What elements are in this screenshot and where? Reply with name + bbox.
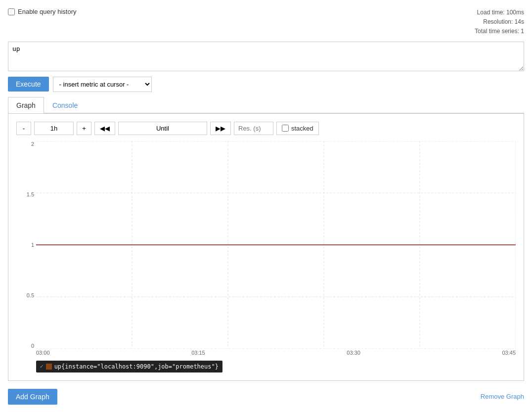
add-graph-button[interactable]: Add Graph xyxy=(8,389,57,405)
query-input[interactable]: up xyxy=(8,42,524,71)
enable-history-text: Enable query history xyxy=(18,8,77,15)
time-forward-button[interactable]: ▶▶ xyxy=(210,122,231,135)
x-label-2: 03:15 xyxy=(191,350,205,356)
tab-graph[interactable]: Graph xyxy=(8,97,44,113)
tab-bar: Graph Console xyxy=(8,97,524,113)
query-controls: Execute - insert metric at cursor - xyxy=(8,77,524,92)
stats-panel: Load time: 100ms Resolution: 14s Total t… xyxy=(475,8,524,37)
load-time: Load time: 100ms xyxy=(475,8,524,17)
tab-console[interactable]: Console xyxy=(44,97,86,113)
legend-label: up{instance="localhost:9090",job="promet… xyxy=(54,363,219,370)
x-label-1: 03:00 xyxy=(36,350,50,356)
enable-history-label[interactable]: Enable query history xyxy=(8,8,77,15)
stacked-text: stacked xyxy=(291,125,313,132)
top-bar: Enable query history Load time: 100ms Re… xyxy=(8,8,524,37)
total-series: Total time series: 1 xyxy=(475,27,524,36)
x-label-3: 03:30 xyxy=(347,350,360,356)
legend-item[interactable]: ✓ up{instance="localhost:9090",job="prom… xyxy=(36,361,222,372)
graph-panel: - + ◀◀ ▶▶ stacked 2 1.5 1 0.5 0 xyxy=(8,113,524,381)
time-range-input[interactable] xyxy=(34,122,74,135)
stacked-label[interactable]: stacked xyxy=(276,122,319,135)
stacked-checkbox[interactable] xyxy=(282,125,289,132)
metric-select[interactable]: - insert metric at cursor - xyxy=(53,77,152,92)
enable-history-checkbox[interactable] xyxy=(8,8,15,15)
time-back-button[interactable]: ◀◀ xyxy=(94,122,115,135)
graph-controls-bar: - + ◀◀ ▶▶ stacked xyxy=(16,122,516,135)
query-area: up Execute - insert metric at cursor - xyxy=(8,42,524,92)
until-input[interactable] xyxy=(118,122,207,135)
legend-checkmark: ✓ xyxy=(40,363,44,370)
resolution-input[interactable] xyxy=(234,122,273,135)
resolution: Resolution: 14s xyxy=(475,17,524,27)
bottom-actions: Add Graph Remove Graph xyxy=(8,389,524,405)
chart-area: 2 1.5 1 0.5 0 xyxy=(16,141,516,349)
execute-button[interactable]: Execute xyxy=(8,77,49,92)
legend-color-swatch xyxy=(46,364,52,370)
chart-svg xyxy=(16,141,516,349)
remove-graph-link[interactable]: Remove Graph xyxy=(481,393,524,400)
legend-area: ✓ up{instance="localhost:9090",job="prom… xyxy=(16,359,516,372)
x-label-4: 03:45 xyxy=(502,350,516,356)
time-minus-button[interactable]: - xyxy=(16,122,31,135)
x-axis-labels: 03:00 03:15 03:30 03:45 xyxy=(16,349,516,356)
time-plus-button[interactable]: + xyxy=(77,122,91,135)
